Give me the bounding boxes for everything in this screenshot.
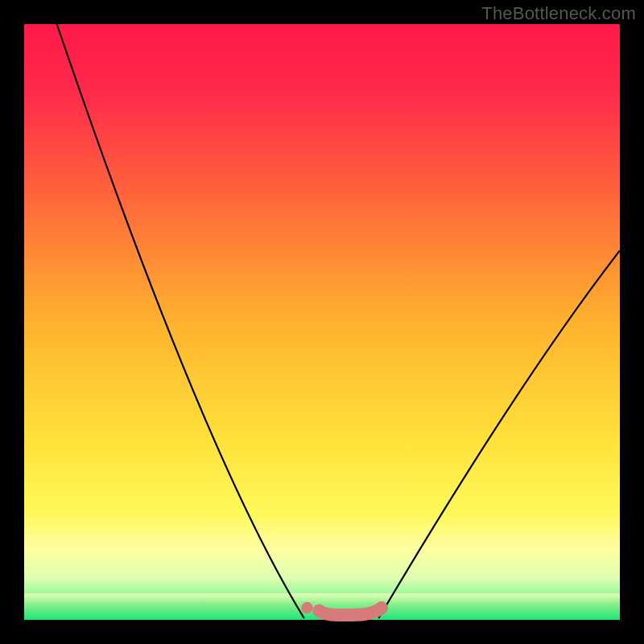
plot-area: [24, 24, 620, 620]
chart-frame: TheBottleneck.com: [0, 0, 644, 644]
optimal-zone-band: [24, 593, 620, 620]
watermark-label: TheBottleneck.com: [481, 3, 636, 24]
